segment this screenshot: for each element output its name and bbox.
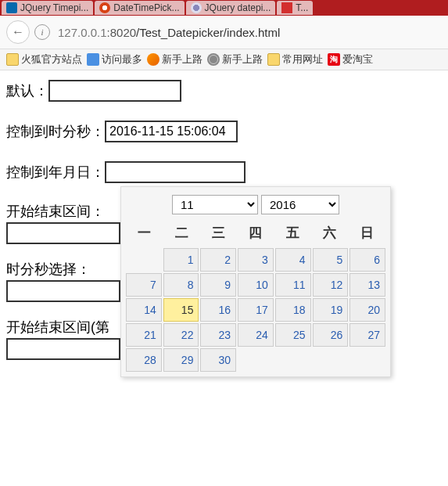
ymd-label: 控制到年月日：	[6, 163, 105, 182]
day-cell[interactable]: 24	[238, 323, 274, 347]
bookmark-icon: 淘	[328, 53, 340, 66]
bookmark-icon	[6, 53, 19, 66]
default-label: 默认：	[6, 81, 48, 100]
bookmark-item[interactable]: 淘爱淘宝	[328, 52, 373, 67]
bookmark-item[interactable]: 新手上路	[207, 52, 263, 67]
tab-label: DateTimePick...	[113, 2, 179, 13]
day-cell[interactable]: 29	[163, 348, 199, 372]
weekday-cell: 一	[126, 224, 163, 242]
tab-favicon-icon	[191, 2, 202, 13]
day-cell[interactable]: 10	[238, 273, 274, 297]
day-cell[interactable]: 11	[275, 273, 311, 297]
day-cell[interactable]: 3	[238, 248, 274, 272]
browser-tab[interactable]: JQuery datepi...	[186, 1, 276, 15]
day-cell-empty	[238, 348, 274, 372]
weekday-cell: 日	[349, 224, 385, 242]
day-cell[interactable]: 2	[200, 248, 236, 272]
day-cell[interactable]: 4	[275, 248, 311, 272]
url-host: 127.0.0.1	[58, 26, 107, 39]
day-cell[interactable]: 21	[126, 323, 162, 347]
day-cell-empty	[126, 248, 162, 272]
day-grid: 1234567891011121314151617181920212223242…	[126, 248, 385, 372]
hms-input[interactable]	[105, 121, 238, 142]
bookmark-icon	[267, 53, 280, 66]
url-port: :8020	[107, 26, 137, 39]
back-button[interactable]: ←	[6, 20, 30, 44]
hms-select-input[interactable]	[6, 280, 120, 302]
tab-favicon-icon	[281, 2, 292, 13]
weekday-cell: 三	[200, 224, 237, 242]
day-cell[interactable]: 7	[126, 273, 162, 297]
day-cell[interactable]: 17	[238, 298, 274, 322]
day-cell[interactable]: 8	[163, 273, 199, 297]
day-cell[interactable]: 27	[349, 323, 385, 347]
tab-label: JQuery datepi...	[205, 2, 271, 13]
weekday-cell: 四	[237, 224, 274, 242]
tab-label: T...	[296, 2, 308, 13]
bookmark-item[interactable]: 常用网址	[267, 52, 323, 67]
site-info-icon[interactable]: i	[34, 24, 50, 40]
day-cell[interactable]: 16	[200, 298, 236, 322]
browser-tab[interactable]: DateTimePick...	[95, 1, 184, 15]
day-cell-empty	[275, 348, 311, 372]
datepicker-header: 11 2016	[126, 192, 385, 221]
day-cell[interactable]: 15	[163, 298, 199, 322]
day-cell[interactable]: 9	[200, 273, 236, 297]
bookmark-label: 访问最多	[102, 52, 142, 67]
default-input[interactable]	[48, 80, 181, 102]
day-cell[interactable]: 6	[349, 248, 385, 272]
day-cell[interactable]: 22	[163, 323, 199, 347]
day-cell[interactable]: 25	[275, 323, 311, 347]
day-cell[interactable]: 26	[313, 323, 349, 347]
day-cell[interactable]: 13	[349, 273, 385, 297]
tab-favicon-icon	[99, 2, 110, 13]
bookmark-label: 新手上路	[222, 52, 263, 67]
day-cell-empty	[313, 348, 349, 372]
ymd-input[interactable]	[105, 161, 246, 183]
bookmark-label: 火狐官方站点	[21, 52, 82, 67]
day-cell[interactable]: 14	[126, 298, 162, 322]
bookmark-label: 新手上路	[162, 52, 202, 67]
month-select[interactable]: 11	[172, 195, 258, 214]
weekday-row: 一二三四五六日	[126, 221, 385, 248]
day-cell[interactable]: 28	[126, 348, 162, 372]
weekday-cell: 五	[274, 224, 311, 242]
page-content: 默认： 控制到时分秒： 控制到年月日： 开始结束区间： 时分秒选择： 开始结束区…	[0, 70, 448, 385]
day-cell[interactable]: 19	[313, 298, 349, 322]
day-cell[interactable]: 12	[313, 273, 349, 297]
browser-tabs: JQuery Timepi...DateTimePick...JQuery da…	[0, 0, 448, 16]
tab-favicon-icon	[6, 2, 17, 13]
hms-label: 控制到时分秒：	[6, 122, 105, 141]
tab-label: JQuery Timepi...	[20, 2, 88, 13]
day-cell[interactable]: 5	[313, 248, 349, 272]
day-cell-empty	[349, 348, 385, 372]
year-select[interactable]: 2016	[261, 195, 339, 214]
nav-bar: ← i 127.0.0.1:8020/Test_Datepicker/index…	[0, 16, 448, 49]
bookmark-label: 常用网址	[282, 52, 323, 67]
day-cell[interactable]: 23	[200, 323, 236, 347]
day-cell[interactable]: 20	[349, 298, 385, 322]
datepicker-popup: 11 2016 一二三四五六日 123456789101112131415161…	[120, 186, 391, 377]
bookmark-icon	[147, 53, 159, 66]
bookmark-item[interactable]: 火狐官方站点	[6, 52, 82, 67]
range2-input[interactable]	[6, 338, 120, 360]
bookmark-icon	[87, 53, 99, 66]
range1-input[interactable]	[6, 222, 120, 244]
url-path: /Test_Datepicker/index.html	[136, 26, 280, 39]
browser-tab[interactable]: T...	[277, 1, 313, 15]
weekday-cell: 六	[311, 224, 348, 242]
bookmarks-bar: 火狐官方站点访问最多新手上路新手上路常用网址淘爱淘宝	[0, 49, 448, 70]
url-bar[interactable]: 127.0.0.1:8020/Test_Datepicker/index.htm…	[55, 23, 442, 42]
weekday-cell: 二	[163, 224, 199, 242]
bookmark-label: 爱淘宝	[342, 52, 373, 67]
day-cell[interactable]: 18	[275, 298, 311, 322]
day-cell[interactable]: 30	[200, 348, 236, 372]
bookmark-item[interactable]: 访问最多	[87, 52, 142, 67]
bookmark-icon	[207, 53, 220, 66]
day-cell[interactable]: 1	[163, 248, 199, 272]
bookmark-item[interactable]: 新手上路	[147, 52, 202, 67]
browser-tab[interactable]: JQuery Timepi...	[2, 1, 93, 15]
